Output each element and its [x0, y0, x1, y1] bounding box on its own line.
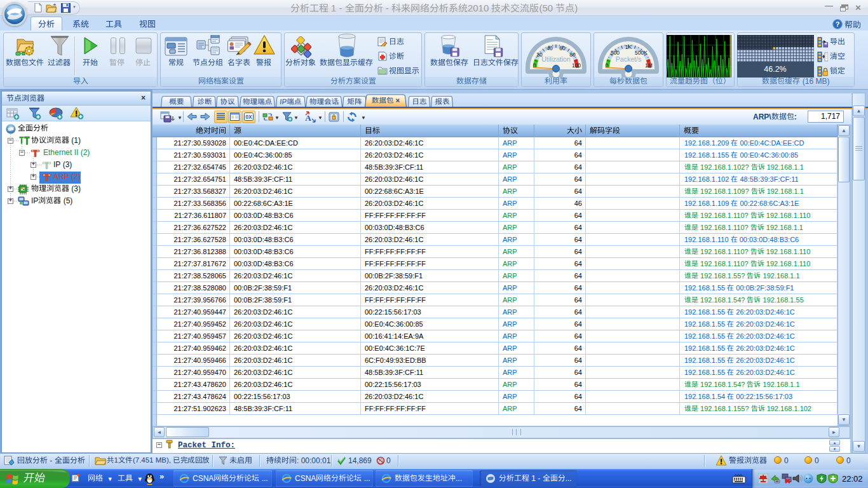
svg-text:100: 100 — [572, 62, 581, 69]
svg-text:0X: 0X — [245, 114, 252, 120]
svg-text:1M: 1M — [645, 62, 653, 69]
svg-text:?: ? — [836, 20, 840, 28]
svg-text:Utilization: Utilization — [541, 55, 571, 63]
svg-text:1K: 1K — [625, 44, 632, 50]
svg-text:60: 60 — [559, 45, 566, 51]
svg-text:46.2%: 46.2% — [764, 65, 786, 74]
svg-text:40: 40 — [546, 45, 553, 51]
svg-text:Packet/s: Packet/s — [616, 55, 641, 63]
